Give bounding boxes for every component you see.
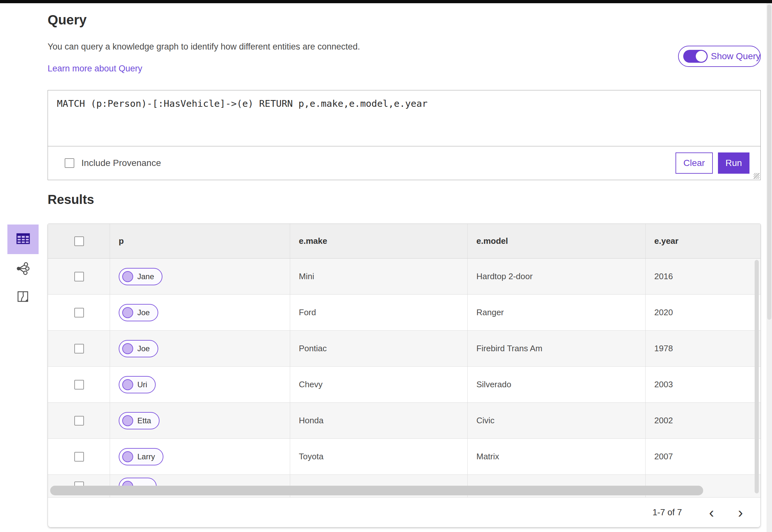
pagination-bar: 1-7 of 7 ‹ › (48, 497, 760, 527)
entity-pill[interactable]: Uri (119, 376, 156, 393)
query-textarea[interactable]: MATCH (p:Person)-[:HasVehicle]->(e) RETU… (48, 90, 760, 146)
row-checkbox[interactable] (74, 308, 84, 317)
entity-node-icon (122, 307, 133, 318)
entity-node-icon (122, 343, 133, 354)
entity-pill[interactable]: Etta (119, 412, 160, 429)
cell-year: 2016 (645, 259, 760, 294)
page-scrollbar-thumb[interactable] (767, 5, 771, 320)
next-page-icon[interactable]: › (733, 506, 748, 519)
cell-make: Toyota (290, 439, 467, 474)
cell-year: 2007 (645, 439, 760, 474)
run-button[interactable]: Run (718, 152, 749, 174)
cell-make: Pontiac (290, 331, 467, 366)
row-checkbox[interactable] (74, 380, 84, 390)
entity-pill[interactable]: Joe (119, 304, 158, 321)
query-editor-panel: MATCH (p:Person)-[:HasVehicle]->(e) RETU… (48, 90, 761, 180)
table-row: Etta Honda Civic 2002 (48, 403, 760, 439)
page-scrollbar[interactable] (767, 3, 772, 532)
entity-pill-label: Uri (137, 380, 147, 389)
show-query-label: Show Query (711, 51, 760, 61)
cell-year: 2002 (645, 403, 760, 438)
show-query-toggle[interactable]: Show Query (678, 46, 761, 67)
window-top-border (0, 0, 772, 3)
view-switcher-map[interactable] (15, 289, 31, 305)
vertical-scrollbar-thumb[interactable] (755, 260, 759, 493)
entity-pill-label: Etta (137, 416, 151, 425)
cell-make: Chevy (290, 367, 467, 402)
entity-node-icon (122, 379, 133, 390)
query-description: You can query a knowledge graph to ident… (48, 42, 360, 52)
query-actions-bar: Include Provenance Clear Run (48, 146, 760, 180)
column-header-p[interactable]: p (110, 224, 290, 258)
cell-make: Mini (290, 259, 467, 294)
view-switcher-link-chart[interactable] (14, 261, 32, 277)
entity-pill-label: Joe (137, 344, 150, 353)
cell-model: Civic (467, 403, 645, 438)
table-header-row: p e.make e.model e.year (48, 224, 760, 259)
view-switcher-table[interactable] (7, 225, 39, 254)
entity-pill[interactable]: Jane (119, 268, 162, 285)
cell-model: Silverado (467, 367, 645, 402)
horizontal-scrollbar-thumb[interactable] (50, 486, 703, 495)
table-row: Larry Toyota Matrix 2007 (48, 439, 760, 475)
table-icon (15, 231, 31, 248)
cell-model: Matrix (467, 439, 645, 474)
entity-pill-label: Larry (137, 452, 155, 461)
previous-page-icon[interactable]: ‹ (704, 506, 719, 519)
resize-grip-icon[interactable] (754, 173, 759, 179)
results-section-title: Results (48, 192, 94, 207)
row-checkbox[interactable] (74, 272, 84, 281)
table-row: Uri Chevy Silverado 2003 (48, 367, 760, 403)
row-checkbox[interactable] (74, 416, 84, 426)
entity-pill-label: Jane (137, 272, 154, 281)
cell-model: Ranger (467, 295, 645, 330)
include-provenance-checkbox[interactable] (65, 158, 74, 168)
cell-year: 1978 (645, 331, 760, 366)
include-provenance-label: Include Provenance (81, 158, 161, 168)
row-checkbox[interactable] (74, 344, 84, 353)
toggle-knob (696, 51, 707, 62)
cell-make: Honda (290, 403, 467, 438)
cell-year: 2003 (645, 367, 760, 402)
pagination-range-label: 1-7 of 7 (652, 508, 682, 518)
cell-model: Firebird Trans Am (467, 331, 645, 366)
column-header-year[interactable]: e.year (645, 224, 760, 258)
toggle-on-icon[interactable] (683, 50, 708, 63)
results-table-panel: p e.make e.model e.year Jane Mini Hardto… (48, 224, 761, 527)
cell-model: Hardtop 2-door (467, 259, 645, 294)
column-header-make[interactable]: e.make (290, 224, 467, 258)
entity-pill-label: Joe (137, 308, 150, 317)
entity-pill[interactable]: Larry (119, 448, 163, 465)
cell-make: Ford (290, 295, 467, 330)
entity-node-icon (122, 451, 133, 462)
entity-node-icon (122, 271, 133, 282)
row-checkbox[interactable] (74, 452, 84, 462)
map-icon (16, 290, 29, 304)
table-row: Jane Mini Hardtop 2-door 2016 (48, 259, 760, 295)
table-body: Jane Mini Hardtop 2-door 2016 Joe Ford R… (48, 259, 760, 498)
cell-year: 2020 (645, 295, 760, 330)
entity-pill[interactable]: Joe (119, 340, 158, 357)
clear-button[interactable]: Clear (675, 152, 713, 174)
entity-node-icon (122, 415, 133, 426)
select-all-checkbox[interactable] (74, 236, 84, 246)
link-chart-icon (16, 262, 30, 277)
learn-more-link[interactable]: Learn more about Query (48, 64, 142, 74)
column-header-model[interactable]: e.model (467, 224, 645, 258)
query-section-title: Query (48, 12, 87, 28)
table-row: Joe Pontiac Firebird Trans Am 1978 (48, 331, 760, 367)
table-row: Joe Ford Ranger 2020 (48, 295, 760, 331)
